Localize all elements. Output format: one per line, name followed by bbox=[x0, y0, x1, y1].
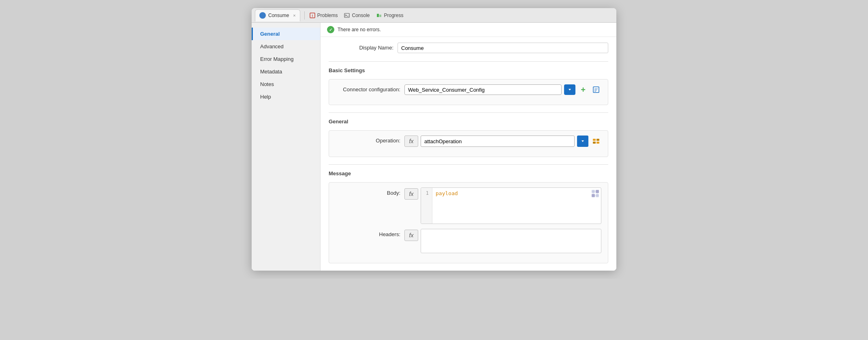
tab-consume-label: Consume bbox=[268, 13, 289, 18]
display-name-input[interactable] bbox=[398, 43, 608, 53]
svg-rect-15 bbox=[596, 142, 599, 144]
message-title: Message bbox=[329, 170, 608, 178]
svg-rect-12 bbox=[593, 139, 596, 141]
basic-settings-section: Basic Settings Connector configuration: … bbox=[321, 62, 616, 112]
svg-marker-6 bbox=[569, 89, 571, 90]
toolbar-tabs: ! Problems Console Progress bbox=[310, 11, 404, 20]
operation-fx-btn[interactable]: fx bbox=[404, 136, 418, 147]
svg-rect-4 bbox=[377, 14, 379, 17]
body-editor[interactable]: 1 payload bbox=[421, 187, 601, 224]
connector-config-edit-btn[interactable] bbox=[591, 84, 601, 95]
operation-dropdown-btn[interactable] bbox=[577, 136, 588, 147]
headers-editor[interactable] bbox=[421, 229, 601, 253]
problems-label: Problems bbox=[317, 13, 338, 18]
operation-label: Operation: bbox=[336, 136, 400, 144]
tab-problems[interactable]: ! Problems bbox=[310, 11, 338, 20]
basic-settings-inner: Connector configuration: Web_Service_Con… bbox=[329, 79, 608, 105]
console-label: Console bbox=[352, 13, 370, 18]
connector-config-select[interactable]: Web_Service_Consumer_Config bbox=[404, 84, 562, 95]
sidebar-item-error-mapping[interactable]: Error Mapping bbox=[252, 53, 320, 65]
operation-icon bbox=[592, 137, 600, 145]
sidebar-item-metadata[interactable]: Metadata bbox=[252, 65, 320, 78]
svg-marker-11 bbox=[582, 140, 584, 142]
general-section: General Operation: fx bbox=[321, 113, 616, 164]
console-icon bbox=[344, 13, 350, 18]
tab-close-button[interactable]: × bbox=[293, 13, 295, 18]
operation-row: Operation: fx bbox=[336, 136, 601, 147]
operation-settings-btn[interactable] bbox=[591, 136, 601, 146]
svg-text:!: ! bbox=[312, 14, 313, 18]
body-gutter: 1 bbox=[421, 188, 432, 224]
status-ok-icon: ✓ bbox=[327, 26, 334, 33]
body-label: Body: bbox=[336, 187, 400, 196]
svg-rect-14 bbox=[593, 142, 596, 144]
message-inner: Body: fx 1 payload bbox=[329, 182, 608, 263]
problems-icon: ! bbox=[310, 13, 315, 18]
sidebar: General Advanced Error Mapping Metadata … bbox=[252, 23, 321, 271]
progress-icon bbox=[376, 13, 382, 18]
sidebar-item-help[interactable]: Help bbox=[252, 90, 320, 103]
sidebar-item-advanced[interactable]: Advanced bbox=[252, 40, 320, 53]
display-name-section: Display Name: bbox=[321, 37, 616, 61]
connector-config-dropdown-btn[interactable] bbox=[564, 84, 575, 95]
connector-config-row: Connector configuration: Web_Service_Con… bbox=[336, 84, 601, 95]
tab-divider bbox=[304, 11, 305, 19]
message-section: Message Body: fx 1 payload bbox=[321, 165, 616, 271]
headers-row: Headers: fx bbox=[336, 229, 601, 253]
general-inner: Operation: fx bbox=[329, 130, 608, 157]
display-name-row: Display Name: bbox=[329, 43, 608, 53]
connector-config-add-btn[interactable]: + bbox=[578, 84, 588, 95]
general-title: General bbox=[329, 118, 608, 126]
tab-consume[interactable]: Consume × bbox=[255, 9, 300, 22]
display-name-label: Display Name: bbox=[329, 43, 393, 51]
operation-input[interactable] bbox=[421, 136, 575, 147]
svg-rect-5 bbox=[379, 15, 381, 17]
tab-progress[interactable]: Progress bbox=[376, 11, 404, 20]
content-area: ✓ There are no errors. Display Name: Bas… bbox=[321, 23, 616, 271]
body-fx-btn[interactable]: fx bbox=[404, 188, 418, 200]
sidebar-item-general[interactable]: General bbox=[252, 28, 320, 40]
headers-fx-btn[interactable]: fx bbox=[404, 230, 418, 241]
consume-tab-icon bbox=[259, 12, 266, 19]
progress-label: Progress bbox=[384, 13, 404, 18]
tab-bar: Consume × ! Problems Console bbox=[252, 8, 616, 23]
basic-settings-title: Basic Settings bbox=[329, 67, 608, 75]
main-window: Consume × ! Problems Console bbox=[252, 8, 616, 271]
status-message: There are no errors. bbox=[338, 27, 381, 32]
status-bar: ✓ There are no errors. bbox=[321, 23, 616, 37]
body-editor-icon bbox=[591, 189, 599, 199]
main-layout: General Advanced Error Mapping Metadata … bbox=[252, 23, 616, 271]
body-code[interactable]: payload bbox=[432, 188, 601, 224]
sidebar-item-notes[interactable]: Notes bbox=[252, 78, 320, 90]
svg-rect-7 bbox=[593, 87, 599, 93]
headers-label: Headers: bbox=[336, 229, 400, 237]
body-row: Body: fx 1 payload bbox=[336, 187, 601, 224]
connector-config-label: Connector configuration: bbox=[336, 84, 400, 93]
svg-rect-13 bbox=[596, 139, 599, 141]
tab-console[interactable]: Console bbox=[344, 11, 370, 20]
